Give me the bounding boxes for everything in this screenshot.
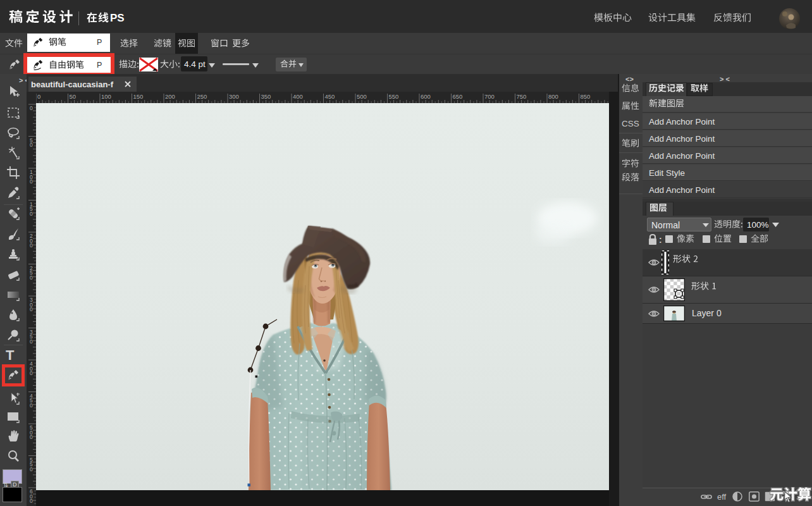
svg-text:200: 200 (165, 93, 175, 100)
svg-text:500: 500 (357, 93, 367, 100)
svg-text:0: 0 (30, 434, 33, 440)
svg-text:550: 550 (389, 93, 399, 100)
svg-text:0: 0 (37, 93, 40, 100)
svg-text:100: 100 (101, 93, 111, 100)
svg-text:0: 0 (30, 105, 33, 111)
svg-text:150: 150 (133, 93, 144, 100)
svg-text:450: 450 (325, 93, 335, 100)
svg-text:0: 0 (30, 211, 33, 217)
svg-text:300: 300 (229, 93, 239, 100)
svg-text:800: 800 (548, 93, 558, 100)
svg-text:400: 400 (293, 93, 303, 100)
svg-text:0: 0 (30, 306, 33, 312)
svg-text:0: 0 (30, 178, 33, 185)
svg-text:750: 750 (517, 93, 527, 100)
svg-text:0: 0 (30, 402, 33, 409)
svg-text:700: 700 (484, 93, 495, 100)
svg-text:350: 350 (261, 93, 271, 100)
svg-text:600: 600 (421, 93, 431, 100)
svg-text:0: 0 (30, 242, 33, 249)
svg-text:250: 250 (197, 93, 207, 100)
svg-text:0: 0 (30, 370, 33, 376)
svg-text:850: 850 (581, 93, 591, 100)
svg-text:50: 50 (70, 93, 77, 100)
svg-text:0: 0 (30, 142, 33, 148)
svg-text:0: 0 (30, 275, 33, 281)
svg-text:0: 0 (30, 466, 33, 472)
svg-text:650: 650 (453, 93, 463, 100)
svg-text:0: 0 (30, 338, 33, 345)
svg-text:0: 0 (30, 498, 33, 504)
